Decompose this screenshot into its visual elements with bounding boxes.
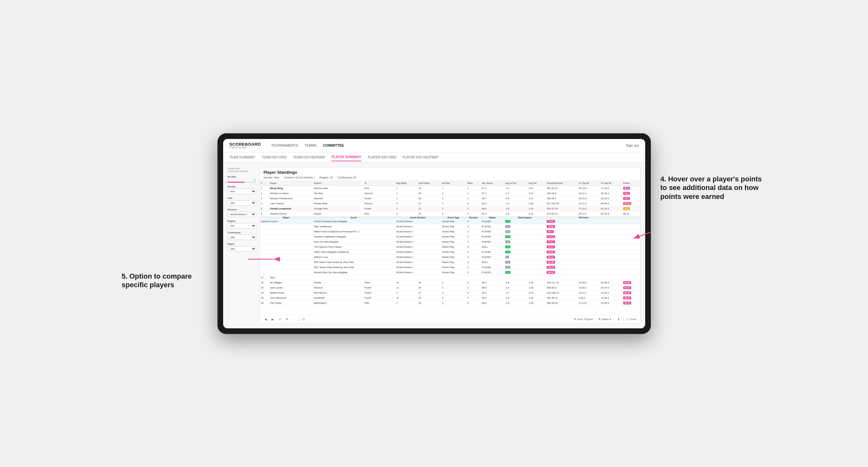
view-icon: 👁 [574, 318, 576, 321]
sidebar: Update time: 27/01/2024 16:56:26 No Rds.… [227, 167, 256, 324]
event-detail-row[interactable]: Fallen Oak Collegiate Invitational NCAA … [260, 249, 641, 254]
tablet-screen: SCOREBOARD Powered by clippi TOURNAMENTS… [223, 139, 645, 328]
table-row[interactable]: 1 Wenyi Ding Arizona State First 1 15 1 … [260, 186, 641, 191]
event-detail-row[interactable]: Amer An Intercollegiate NCAA Division I … [260, 239, 641, 244]
annotation-left-text: 5. Option to compare specific players [122, 272, 192, 289]
event-points[interactable]: 37.57 [547, 240, 555, 243]
export-icon[interactable]: ⬆ [617, 317, 621, 322]
filter-region: Region: All [320, 176, 333, 179]
points-badge[interactable]: 59.95 [623, 297, 631, 299]
points-badge[interactable]: 88.54 [623, 202, 631, 205]
sub-nav: TEAM SUMMARY TEAM H2H GRID TEAM H2H HEAT… [223, 152, 645, 162]
event-detail-row[interactable]: Jackson Koivun UNCW Seahawk Intercollegi… [260, 219, 641, 224]
subnav-team-h2h-heatmap[interactable]: TEAM H2H HEATMAP [293, 154, 325, 161]
app-header: SCOREBOARD Powered by clippi TOURNAMENTS… [223, 139, 645, 152]
share-button[interactable]: ⬡ Share [626, 318, 636, 321]
region-filter: Region N/A [227, 220, 256, 228]
event-detail-row[interactable]: SEC Stroke Play hosted by Jerry Pate NCA… [260, 264, 641, 270]
division-filter: Division NCAA Division I [227, 208, 256, 217]
refresh-button[interactable]: ↺ [278, 317, 282, 322]
table-row[interactable]: 3 Michael Thorbjornsen Stanford Fourth 1… [260, 196, 641, 201]
subnav-team-summary[interactable]: TEAM SUMMARY [229, 154, 256, 161]
points-badge[interactable]: 60.27 [623, 286, 631, 289]
event-detail-row[interactable]: Mirobel Maui Jim Intercollegiate NCAA Di… [260, 270, 641, 275]
points-badge[interactable]: 76.3 [623, 192, 630, 195]
nav-tournaments[interactable]: TOURNAMENTS [271, 143, 298, 148]
event-points[interactable]: 25.38 [547, 261, 555, 263]
event-detail-row[interactable]: The Cypress Point Classic NCAA Division … [260, 244, 641, 249]
subnav-player-h2h-grid[interactable]: PLAYER H2H GRID [368, 154, 396, 161]
watch-button[interactable]: 👁 Watch ▾ [598, 318, 611, 321]
nav-teams[interactable]: TEAMS [304, 143, 316, 148]
sign-out-link[interactable]: Sign out [626, 144, 639, 147]
region-select[interactable]: N/A [227, 223, 256, 228]
event-detail-row[interactable]: Tiger Invitational NCAA Division I Strok… [260, 224, 641, 229]
view-original-button[interactable]: 👁 View: Original [574, 318, 593, 321]
col-vs25: Vs Top 25 [577, 181, 599, 186]
event-detail-row[interactable]: Wake Forest Invitational at Pinehurst No… [260, 229, 641, 234]
points-badge[interactable]: 60.02 [623, 291, 631, 294]
event-detail-row[interactable]: Southern Highlands Collegiate NCAA Divis… [260, 234, 641, 239]
logo-title: SCOREBOARD [229, 142, 261, 146]
year-select[interactable]: (All) [227, 200, 256, 206]
main-nav: TOURNAMENTS TEAMS COMMITTEE [271, 143, 618, 148]
points-badge[interactable]: 88.2 [623, 187, 630, 190]
subnav-team-h2h-grid[interactable]: TEAM H2H GRID [262, 154, 286, 161]
table-row[interactable]: 25 Cole Sherwood Vanderbilt Fourth 12 23… [260, 295, 641, 300]
table-row-highlighted[interactable]: 5 Christo Lamprecht Georgia Tech Fourth … [260, 206, 641, 211]
table-area: Player Standings Gender: Men Division: N… [259, 167, 641, 324]
conference-select[interactable]: (All) [227, 235, 256, 240]
table-scroll[interactable]: # Player School Yr Reg Rank Conf Rank No… [260, 181, 641, 315]
col-no-rds: No Rds. [441, 181, 466, 186]
share-icon: ⬡ [626, 318, 629, 321]
filter-conference: Conference: All [338, 176, 356, 179]
toolbar-divider [299, 317, 299, 322]
year-filter: Year (All) [227, 197, 256, 206]
nav-committee[interactable]: COMMITTEE [323, 143, 344, 148]
toolbar: ◀ ▶ ↺ ⧉ ⋯ ⏱ 👁 View: Original [260, 315, 641, 323]
update-time: Update time: 27/01/2024 16:56:26 [227, 167, 256, 173]
table-row[interactable]: 6 Jackson Koivun Auburn First 2 27 5 1 6… [260, 211, 641, 216]
col-avg-sg: Avg SG [528, 181, 546, 186]
player-select[interactable]: (All) [227, 246, 256, 251]
points-value: 68.18 [623, 212, 629, 215]
points-badge[interactable]: 60.48 [623, 281, 631, 284]
event-points[interactable]: 24.11 [547, 245, 555, 248]
table-row[interactable]: 21 Tach... [260, 275, 641, 280]
event-points[interactable]: 46.7 [547, 230, 554, 233]
subnav-player-summary[interactable]: PLAYER SUMMARY [332, 153, 362, 161]
table-row[interactable]: 2 Michael Lo Sasso Ole Miss Second 1 18 … [260, 191, 641, 196]
event-detail-row[interactable]: Williams Cup NCAA Division I Stroke Play… [260, 254, 641, 259]
event-points[interactable]: 16.50 [547, 251, 555, 253]
col-points: Points [622, 181, 641, 186]
event-points[interactable]: 30.47 [547, 256, 555, 258]
copy-button[interactable]: ⧉ [285, 317, 289, 322]
table-row[interactable]: 26 Petr Hruby Washington Fifth 7 23 0 0 … [260, 300, 641, 305]
back-button[interactable]: ◀ [264, 317, 268, 322]
header-right: Sign out [626, 144, 639, 147]
division-select[interactable]: NCAA Division I [227, 212, 256, 217]
forward-button[interactable]: ▶ [271, 317, 275, 322]
points-badge[interactable]: 58.49 [623, 302, 631, 305]
col-yr: Yr [363, 181, 395, 186]
clock-icon: ⏱ [302, 317, 306, 322]
more-button[interactable]: ⋯ [292, 317, 296, 322]
gender-select[interactable]: Men Women [227, 189, 256, 194]
table-row[interactable]: 22 Ian Gilligan Florida Third 10 24 1 0 … [260, 280, 641, 285]
subnav-player-h2h-heatmap[interactable]: PLAYER H2H HEATMAP [403, 154, 438, 161]
table-header-section: Player Standings Gender: Men Division: N… [260, 167, 641, 181]
annotation-right: 4. Hover over a player's points to see a… [660, 175, 763, 201]
table-row[interactable]: 23 Jack Lundin Missouri Fourth 11 24 0 0… [260, 285, 641, 290]
points-badge[interactable]: 73.2 [623, 197, 630, 200]
event-points[interactable]: 56.18 [547, 266, 555, 269]
event-points[interactable]: 73.23 [547, 235, 555, 238]
table-row[interactable]: 24 Bastien Amat New Mexico Fourth 1 27 2… [260, 290, 641, 295]
event-points[interactable]: 66.40 [547, 271, 555, 274]
col-num: # [260, 181, 269, 186]
no-rds-filter: No Rds. 4 52 [227, 175, 256, 183]
event-detail-row[interactable]: SEC Match Play hosted by Jerry Pate NCAA… [260, 259, 641, 264]
event-points[interactable]: 53.60 [547, 225, 555, 228]
points-badge-hover[interactable]: 80.9 [623, 207, 630, 210]
table-row[interactable]: 4 Luke Clanton Florida State Second 5 27… [260, 201, 641, 206]
event-points[interactable]: 23.64 [547, 220, 555, 223]
